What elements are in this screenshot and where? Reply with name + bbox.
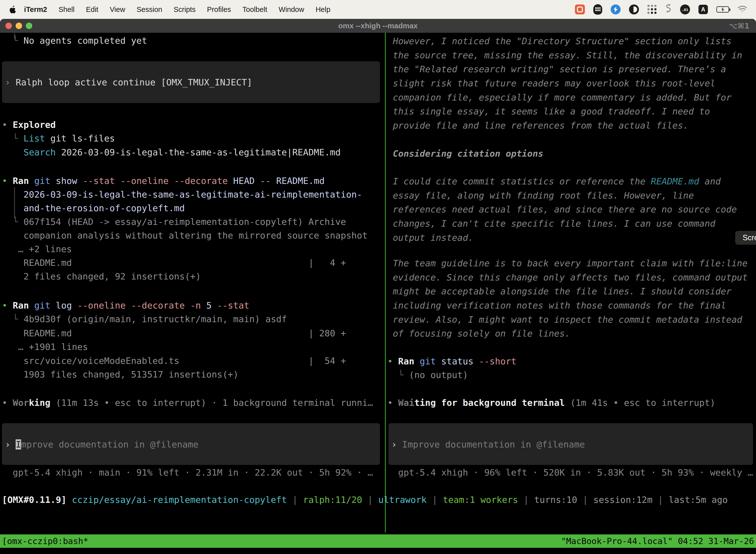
terminal-line: changes, I can't cite specific file line… — [387, 217, 715, 230]
bolt-badge-icon[interactable] — [611, 4, 621, 14]
terminal-line: review. Also, I might want to inspect th… — [387, 313, 742, 326]
terminal-line: However, I noticed the "Directory Struct… — [387, 34, 732, 48]
terminal-line: └ No agents completed yet — [2, 34, 147, 47]
menu-item-window[interactable]: Window — [273, 5, 310, 14]
apple-menu[interactable] — [9, 6, 16, 13]
terminal-line: and-the-erosion-of-copyleft.md — [2, 201, 185, 215]
terminal-line: README.md | 280 + — [2, 326, 346, 340]
terminal-line: README.md | 4 + — [2, 256, 346, 270]
terminal-line: 1903 files changed, 513517 insertions(+) — [2, 368, 239, 381]
terminal-line: I could cite commit statistics or refere… — [387, 174, 721, 188]
terminal-line: the "Related research writing" section i… — [387, 62, 726, 76]
terminal-line: references need actual files, and since … — [387, 203, 737, 216]
menu-bar: iTerm2ShellEditViewSessionScriptsProfile… — [0, 0, 756, 19]
pane-divider[interactable] — [385, 33, 386, 533]
terminal-line: essay file, along with finding root file… — [387, 189, 694, 202]
terminal-line: including verification notes with those … — [387, 298, 726, 312]
waiting-status-line: • Waiting for background terminal (1m 41… — [387, 396, 715, 409]
moon-app-icon[interactable] — [629, 4, 639, 14]
input-source-icon[interactable]: A — [698, 5, 708, 14]
terminal-line: • Explored — [2, 118, 56, 131]
left-prompt-line: › Improve documentation in @filename — [5, 438, 198, 451]
menu-item-edit[interactable]: Edit — [80, 5, 104, 14]
screen-share-overlay-label: Scre — [743, 233, 756, 242]
terminal-line: evidence. Since this change only affects… — [387, 271, 748, 284]
window-title: omx --xhigh --madmax — [0, 21, 756, 30]
title-bar: omx --xhigh --madmax ⌥⌘1 — [0, 19, 756, 33]
terminal-line: … +2 lines — [2, 242, 72, 256]
menu-status-icons: ..61 A — [575, 4, 756, 15]
menu-item-help[interactable]: Help — [310, 5, 336, 14]
menu-item-shell[interactable]: Shell — [53, 5, 80, 14]
tmux-host-clock: "MacBook-Pro-44.local" 04:52 31-Mar-26 — [561, 535, 756, 548]
apple-icon — [9, 6, 16, 13]
battery-charging-icon[interactable] — [716, 6, 729, 13]
terminal-line: Search 2026-03-09-is-legal-the-same-as-l… — [2, 146, 340, 159]
battery-percent-icon[interactable]: ..61 — [680, 4, 690, 14]
squiggle-icon[interactable] — [665, 4, 672, 15]
dots-grid-icon[interactable] — [647, 5, 657, 14]
reasoning-heading: Considering citation options — [387, 147, 544, 160]
terminal-line: src/voice/voiceModeEnabled.ts | 54 + — [2, 354, 346, 368]
terminal-line: └ 067f154 (HEAD -> essay/ai-reimplementa… — [2, 215, 346, 229]
right-prompt-line: › Improve documentation in @filename — [391, 438, 585, 451]
terminal-line: └ 4b9d30f (origin/main, instructkr/main,… — [2, 312, 287, 326]
terminal-line: the source tree, missing the essay. Stil… — [387, 48, 742, 62]
menu-item-scripts[interactable]: Scripts — [168, 5, 201, 14]
menu-items: iTerm2ShellEditViewSessionScriptsProfile… — [18, 5, 336, 14]
terminal-line: this single essay, it seems like a good … — [387, 105, 710, 118]
chat-app-icon[interactable] — [575, 4, 585, 14]
omx-status-line: [OMX#0.11.9] cczip/essay/ai-reimplementa… — [2, 493, 728, 507]
terminal-line: • Ran git show --stat --oneline --decora… — [2, 174, 325, 188]
terminal-line: • Ran git log --oneline --decorate -n 5 … — [2, 298, 249, 312]
left-model-status-line: gpt-5.4 xhigh · main · 91% left · 2.31M … — [2, 466, 373, 479]
terminal-line: └ List git ls-files — [2, 131, 115, 145]
terminal-line: The team guideline is to back every impo… — [387, 257, 748, 270]
menu-item-session[interactable]: Session — [131, 5, 168, 14]
terminal-line: of focusing solely on file lines. — [387, 327, 570, 340]
tmux-status-bar: [omx-cczip0:bash* "MacBook-Pro-44.local"… — [0, 535, 756, 548]
terminal-line: output instead. — [387, 231, 474, 244]
queued-message-line: › Ralph loop active continue [OMX_TMUX_I… — [5, 75, 252, 89]
menu-item-iterm2[interactable]: iTerm2 — [18, 5, 53, 14]
tmux-session-label: [omx-cczip0:bash* — [0, 535, 88, 548]
terminal-line: companion file, especially if more comme… — [387, 91, 732, 104]
terminal-line: … +1901 lines — [2, 340, 88, 354]
menu-item-view[interactable]: View — [104, 5, 131, 14]
terminal-line: companion analysis without altering the … — [2, 229, 368, 242]
right-model-status-line: gpt-5.4 xhigh · 96% left · 520K in · 5.8… — [387, 466, 753, 479]
terminal-line: 2026-03-09-is-legal-the-same-as-legitima… — [2, 188, 362, 201]
terminal-line: slight risk that future readers may over… — [387, 76, 715, 90]
terminal-window: omx --xhigh --madmax ⌥⌘1 Scre └ No agent… — [0, 19, 756, 554]
terminal-line: 2 files changed, 92 insertions(+) — [2, 270, 201, 283]
window-shortcut: ⌥⌘1 — [729, 21, 750, 30]
menu-item-toolbelt[interactable]: Toolbelt — [237, 5, 273, 14]
terminal-line: • Ran git status --short — [387, 354, 516, 368]
terminal-line: provide file and line references from th… — [387, 119, 689, 132]
terminal-content: Scre └ No agents completed yet› Ralph lo… — [0, 33, 756, 533]
terminal-line: might be acceptable alongside the file l… — [387, 284, 732, 298]
screen-share-overlay[interactable]: Scre — [735, 231, 756, 245]
terminal-line: └ (no output) — [387, 368, 468, 382]
working-status-line: • Working (11m 13s • esc to interrupt) ·… — [2, 396, 373, 409]
wifi-icon[interactable] — [738, 5, 747, 14]
menu-item-profiles[interactable]: Profiles — [201, 5, 237, 14]
shield-app-icon[interactable] — [593, 4, 602, 15]
